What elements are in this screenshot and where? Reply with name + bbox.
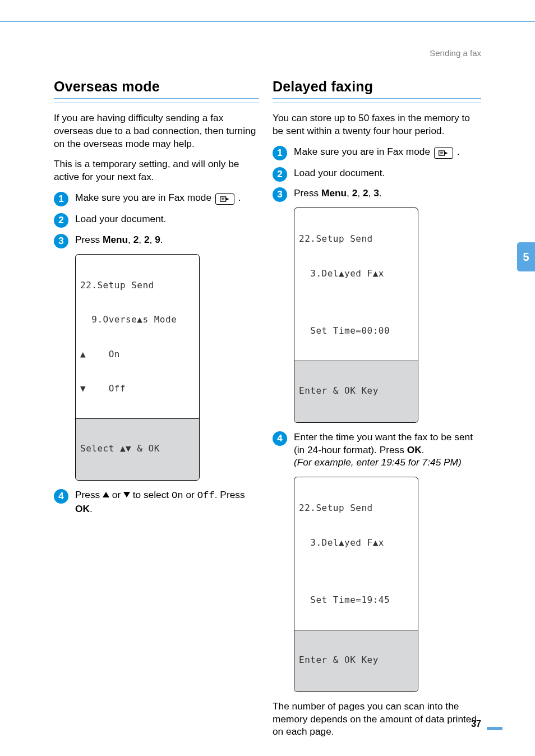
page-number: 37: [471, 719, 481, 729]
step-text: Press Menu, 2, 2, 9.: [75, 233, 259, 250]
text: .: [457, 146, 460, 157]
arrow-up-icon: [103, 492, 109, 497]
text: ,: [128, 234, 133, 245]
text: Press: [294, 187, 321, 199]
text: ,: [139, 234, 144, 245]
delayed-step-2: 2 Load your document.: [273, 167, 481, 183]
section-subrule: [273, 102, 481, 103]
lcd-line: 3.Del▲yed F▲x: [299, 537, 413, 548]
text: ,: [368, 187, 374, 199]
menu-key: Menu: [103, 234, 128, 245]
key-3: 3: [373, 187, 379, 199]
key-2: 2: [144, 234, 150, 245]
step-badge: 3: [54, 234, 68, 248]
lcd-display: 22.Setup Send 3.Del▲yed F▲x Set Time=19:…: [294, 477, 418, 630]
lcd-status-bar: Enter & OK Key: [294, 361, 418, 422]
lcd-line: Set Time=19:45: [299, 594, 413, 606]
text: .: [90, 503, 93, 514]
example-text: (For example, enter 19:45 for 7:45 PM): [294, 457, 462, 468]
text: ,: [357, 187, 363, 199]
lcd-delayed-1: 22.Setup Send 3.Del▲yed F▲x Set Time=00:…: [294, 208, 418, 422]
text: ,: [347, 187, 352, 199]
left-column: Overseas mode If you are having difficul…: [54, 79, 259, 746]
step-badge: 1: [54, 192, 68, 206]
overseas-step-4: 4 Press or to select On or Off. Press OK…: [54, 488, 259, 519]
lcd-line: 22.Setup Send: [299, 503, 413, 514]
right-column: Delayed faxing You can store up to 50 fa…: [273, 79, 481, 746]
lcd-line: 9.Overse▲s Mode: [80, 314, 195, 325]
overseas-step-1: 1 Make sure you are in Fax mode .: [54, 191, 259, 208]
section-title-overseas: Overseas mode: [54, 79, 259, 99]
text: .: [238, 192, 241, 203]
text: or: [109, 489, 123, 500]
section-title-delayed: Delayed faxing: [273, 79, 481, 99]
lcd-line: ▼ Off: [80, 383, 195, 394]
menu-key: Menu: [321, 187, 347, 199]
key-2: 2: [363, 187, 368, 199]
delayed-para-1: You can store up to 50 faxes in the memo…: [273, 112, 481, 137]
lcd-line: 22.Setup Send: [80, 280, 195, 291]
option-on: On: [172, 490, 183, 501]
text: Press: [75, 489, 103, 500]
step-badge: 1: [273, 146, 287, 160]
key-9: 9: [155, 234, 160, 245]
text: ,: [150, 234, 155, 245]
lcd-overseas: 22.Setup Send 9.Overse▲s Mode ▲ On ▼ Off…: [75, 254, 200, 481]
text: .: [160, 234, 163, 245]
section-subrule: [54, 102, 259, 103]
lcd-line: Enter & OK Key: [299, 654, 413, 666]
lcd-status-bar: Select ▲▼ & OK: [76, 418, 199, 480]
overseas-step-2: 2 Load your document.: [54, 213, 259, 229]
step-badge: 3: [273, 187, 287, 202]
running-header: Sending a fax: [430, 48, 481, 58]
fax-mode-icon: [434, 147, 453, 159]
step-badge: 2: [273, 167, 287, 182]
lcd-line: Enter & OK Key: [299, 385, 413, 397]
content-columns: Overseas mode If you are having difficul…: [54, 79, 481, 746]
text: .: [379, 187, 382, 199]
overseas-step-3: 3 Press Menu, 2, 2, 9.: [54, 233, 259, 250]
text: .: [422, 444, 425, 455]
lcd-line: ▲ On: [80, 349, 195, 360]
ok-key: OK: [75, 503, 90, 514]
step-text: Press Menu, 2, 2, 3.: [294, 187, 481, 203]
delayed-step-1: 1 Make sure you are in Fax mode .: [273, 145, 481, 162]
delayed-para-2: The number of pages you can scan into th…: [273, 700, 481, 738]
overseas-para-1: If you are having difficulty sending a f…: [54, 112, 259, 150]
lcd-display: 22.Setup Send 9.Overse▲s Mode ▲ On ▼ Off: [76, 255, 199, 419]
lcd-status-bar: Enter & OK Key: [294, 630, 418, 691]
lcd-display: 22.Setup Send 3.Del▲yed F▲x Set Time=00:…: [294, 208, 418, 361]
lcd-line: Select ▲▼ & OK: [80, 443, 195, 454]
lcd-line: 22.Setup Send: [299, 233, 413, 245]
step-text: Make sure you are in Fax mode .: [294, 145, 481, 162]
overseas-para-2: This is a temporary setting, and will on…: [54, 158, 259, 183]
arrow-down-icon: [123, 492, 130, 497]
step-text: Load your document.: [75, 213, 259, 229]
text: Load your document.: [294, 167, 481, 179]
key-2: 2: [352, 187, 358, 199]
text: or: [183, 489, 197, 500]
lcd-line: Set Time=00:00: [299, 325, 413, 336]
fax-mode-icon: [215, 193, 234, 205]
delayed-step-4: 4 Enter the time you want the fax to be …: [273, 431, 481, 472]
chapter-tab: 5: [517, 242, 535, 271]
lcd-delayed-2: 22.Setup Send 3.Del▲yed F▲x Set Time=19:…: [294, 477, 418, 692]
step-text: Make sure you are in Fax mode .: [75, 191, 259, 208]
step-text: Enter the time you want the fax to be se…: [294, 431, 481, 472]
text: Load your document.: [75, 213, 259, 225]
page-marker: [487, 727, 502, 730]
key-2: 2: [133, 234, 139, 245]
text: to select: [130, 489, 172, 500]
step-text: Press or to select On or Off. Press OK.: [75, 488, 259, 519]
step-text: Load your document.: [294, 167, 481, 183]
delayed-step-3: 3 Press Menu, 2, 2, 3.: [273, 187, 481, 203]
option-off: Off: [197, 490, 215, 501]
ok-key: OK: [407, 444, 422, 455]
text: Press: [75, 234, 103, 245]
text: . Press: [215, 489, 245, 500]
step-badge: 4: [54, 489, 68, 504]
text: Make sure you are in Fax mode: [294, 146, 433, 157]
text: Make sure you are in Fax mode: [75, 192, 214, 203]
step-badge: 2: [54, 213, 68, 228]
lcd-line: 3.Del▲yed F▲x: [299, 268, 413, 279]
